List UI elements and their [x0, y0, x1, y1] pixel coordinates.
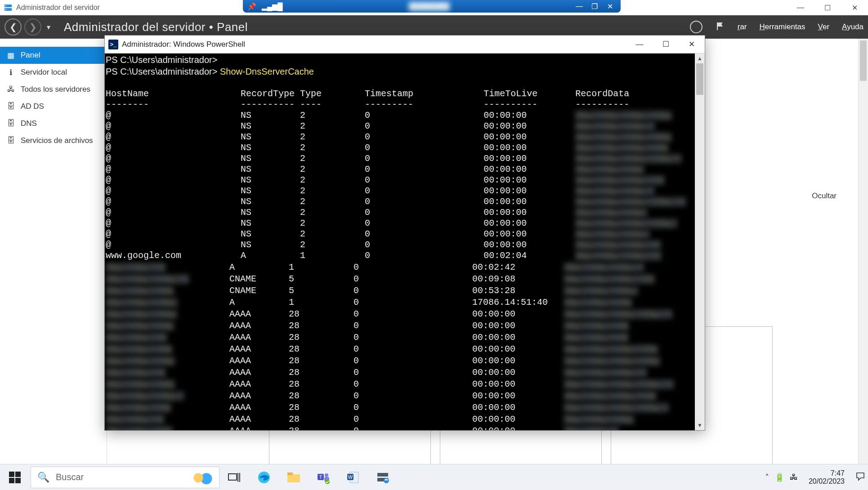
notifications-flag-icon[interactable]: [715, 21, 725, 33]
tray-network-icon[interactable]: 🖧: [790, 472, 798, 482]
powershell-titlebar[interactable]: >_ Administrador: Windows PowerShell — ☐…: [105, 36, 705, 53]
svg-text:W: W: [348, 474, 353, 480]
sidebar-item-icon: 🗄: [6, 119, 15, 128]
sidebar-item-label: Servicios de archivos: [21, 136, 93, 145]
svg-rect-18: [377, 473, 388, 477]
svg-text:T: T: [319, 474, 322, 480]
menu-view[interactable]: Ver: [818, 22, 830, 31]
powershell-scrollbar[interactable]: ▲ ▼: [695, 53, 705, 430]
sidebar-item-icon: ℹ: [6, 68, 15, 77]
ps-close-button[interactable]: ✕: [679, 36, 705, 53]
pin-icon[interactable]: 📌: [247, 2, 256, 11]
outer-maximize-button[interactable]: ☐: [814, 0, 841, 15]
powershell-icon: >_: [108, 40, 118, 49]
nav-history-caret-icon[interactable]: ▾: [47, 23, 50, 31]
nav-back-button[interactable]: ❮: [4, 18, 22, 36]
task-view-button[interactable]: [219, 464, 249, 490]
sidebar-item[interactable]: ℹServidor local: [0, 64, 107, 81]
taskbar-app-teams[interactable]: T: [309, 464, 338, 490]
scroll-up-icon[interactable]: ▲: [695, 53, 705, 63]
taskbar-search[interactable]: 🔍 Buscar: [31, 467, 219, 488]
outer-close-button[interactable]: ✕: [841, 0, 868, 15]
sidebar-item-label: Servidor local: [21, 68, 67, 77]
svg-rect-9: [287, 472, 293, 475]
breadcrumb: Administrador del servidor • Panel: [64, 20, 248, 34]
search-icon: 🔍: [37, 472, 49, 483]
outer-minimize-button[interactable]: —: [787, 0, 814, 15]
clock-time: 7:47: [809, 469, 845, 477]
search-placeholder: Buscar: [56, 472, 84, 482]
svg-rect-3: [5, 9, 6, 10]
sidebar-item[interactable]: 🗄Servicios de archivos: [0, 132, 107, 149]
start-button[interactable]: [0, 464, 30, 490]
remote-minimize-button[interactable]: —: [573, 1, 586, 11]
sidebar-item[interactable]: ▦Panel: [0, 47, 107, 64]
sidebar-item[interactable]: 🗄AD DS: [0, 98, 107, 115]
scroll-down-icon[interactable]: ▼: [695, 420, 705, 430]
ps-minimize-button[interactable]: —: [626, 36, 653, 53]
svg-point-12: [325, 473, 328, 477]
remote-restore-button[interactable]: ❐: [588, 1, 601, 11]
remote-host-label: ████████: [288, 2, 570, 10]
svg-rect-8: [287, 474, 300, 482]
menu-tools[interactable]: Herramientas: [760, 22, 805, 31]
taskbar-clock[interactable]: 7:47 20/02/2023: [804, 469, 849, 486]
taskbar: 🔍 Buscar T W ˄: [0, 464, 868, 490]
sidebar-item-icon: 🖧: [6, 85, 15, 94]
refresh-icon[interactable]: [690, 21, 702, 33]
outer-title: Administrador del servidor: [16, 4, 100, 12]
signal-icon: ▂▄▆█: [262, 2, 283, 11]
taskbar-app-word[interactable]: W: [338, 464, 368, 490]
nav-forward-button[interactable]: ❯: [24, 18, 41, 36]
taskbar-app-edge[interactable]: [249, 464, 279, 490]
clock-date: 20/02/2023: [809, 477, 845, 486]
taskbar-app-explorer[interactable]: [279, 464, 309, 490]
server-manager-icon: [4, 3, 13, 12]
tray-overflow-icon[interactable]: ˄: [765, 472, 769, 482]
sidebar: ▦PanelℹServidor local🖧Todos los servidor…: [0, 39, 107, 490]
svg-rect-4: [228, 474, 237, 480]
sidebar-item-label: Panel: [21, 51, 40, 60]
svg-rect-2: [5, 5, 6, 6]
sidebar-item-icon: ▦: [6, 51, 15, 60]
menu-manage[interactable]: rar: [738, 22, 747, 31]
content-scrollbar[interactable]: [858, 39, 868, 490]
tray-battery-icon[interactable]: 🔋: [774, 472, 784, 482]
taskbar-app-server-manager[interactable]: [368, 464, 398, 490]
sidebar-item-icon: 🗄: [6, 136, 15, 145]
sidebar-item-label: Todos los servidores: [21, 85, 90, 94]
ps-maximize-button[interactable]: ☐: [653, 36, 679, 53]
sidebar-item[interactable]: 🖧Todos los servidores: [0, 81, 107, 98]
action-center-icon[interactable]: [855, 472, 865, 483]
remote-session-bar[interactable]: 📌 ▂▄▆█ ████████ — ❐ ✕: [243, 0, 621, 13]
powershell-window[interactable]: >_ Administrador: Windows PowerShell — ☐…: [104, 35, 705, 431]
powershell-console[interactable]: PS C:\Users\administrador> PS C:\Users\a…: [105, 53, 695, 430]
sidebar-item-label: AD DS: [21, 102, 44, 111]
sidebar-item-label: DNS: [21, 119, 37, 128]
sidebar-item[interactable]: 🗄DNS: [0, 115, 107, 132]
search-highlights-icon[interactable]: [188, 470, 215, 486]
powershell-title: Administrador: Windows PowerShell: [122, 40, 245, 49]
sidebar-item-icon: 🗄: [6, 102, 15, 111]
menu-help[interactable]: Ayuda: [842, 22, 864, 31]
hide-link[interactable]: Ocultar: [812, 192, 837, 200]
outer-window: Administrador del servidor — ☐ ✕ 📌 ▂▄▆█ …: [0, 0, 868, 490]
remote-close-button[interactable]: ✕: [604, 1, 616, 11]
